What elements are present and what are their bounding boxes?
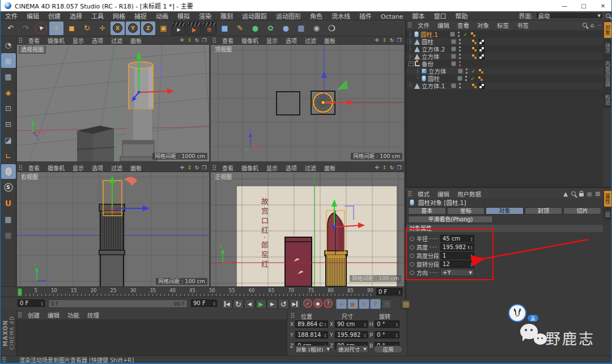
drag-handle-icon[interactable]	[212, 165, 216, 170]
goto-end-icon[interactable]: ▶	[290, 299, 300, 309]
keyframe-circle-icon[interactable]	[410, 237, 414, 241]
menu-item[interactable]: 运动图形	[271, 13, 305, 20]
tab-basic[interactable]: 基本	[408, 207, 446, 215]
viewport-menu-item[interactable]: 查看	[24, 165, 44, 172]
drag-handle-icon[interactable]	[212, 37, 216, 43]
size-y-input[interactable]: 195.982 cm▴▾	[335, 331, 368, 339]
viewport-menu-item[interactable]: 摄像机	[237, 165, 262, 172]
menu-item[interactable]: 渲染	[194, 13, 216, 20]
dock-tab-content-browser[interactable]: 内容浏览器	[604, 58, 612, 90]
viewport-menu-item[interactable]: 查看	[218, 38, 237, 44]
timeline-ruler[interactable]: 051015202530354045505560657075808590 0 F…	[1, 286, 404, 297]
close-button[interactable]: ✕	[593, 0, 612, 11]
next-frame-icon[interactable]: ▶	[267, 299, 278, 309]
lock-z-icon[interactable]: Z	[141, 22, 155, 35]
scale-icon[interactable]: ◼	[65, 22, 79, 35]
visibility-dots-icon[interactable]	[465, 75, 468, 82]
menu-item[interactable]: 运动跟踪	[237, 13, 271, 20]
toggle-view-icon[interactable]: ❐	[396, 165, 403, 170]
keyframe-circle-icon[interactable]	[410, 271, 414, 275]
pos-x-input[interactable]: 89.864 cm▴▾	[295, 320, 328, 328]
viewport-menu-item[interactable]: 显示	[262, 38, 282, 44]
drag-handle-icon[interactable]	[408, 191, 412, 196]
collapse-icon[interactable]: −	[409, 61, 414, 66]
tab-coordinates[interactable]: 坐标	[447, 207, 485, 215]
last-tool-icon[interactable]: ✛	[95, 22, 109, 35]
lock-x-icon[interactable]: X	[110, 22, 125, 35]
viewport-menu-item[interactable]: 面板	[320, 38, 339, 44]
snap-icon[interactable]: U	[1, 196, 16, 211]
dock-tab-objects[interactable]: 对象	[604, 22, 612, 38]
material-menu-item[interactable]: 纹理	[83, 312, 103, 319]
drag-handle-icon[interactable]	[408, 22, 412, 28]
drag-handle-icon[interactable]	[18, 312, 22, 318]
zoom-view-icon[interactable]: ↕	[381, 165, 388, 170]
viewport-menu-item[interactable]: 显示	[262, 165, 282, 172]
drag-handle-icon[interactable]	[19, 37, 23, 43]
front-viewport-canvas[interactable]: Y X	[211, 172, 404, 286]
floor-icon[interactable]: ▦	[294, 22, 308, 35]
primitive-cube-icon[interactable]: ■	[218, 22, 232, 35]
toggle-view-icon[interactable]: ❐	[201, 165, 208, 170]
material-menu-item[interactable]: 编辑	[44, 312, 63, 319]
menu-item[interactable]: 捕捉	[130, 13, 151, 20]
material-menu-item[interactable]: 创建	[24, 312, 44, 319]
viewport-menu-item[interactable]: 选项	[282, 165, 301, 172]
edges-mode-icon[interactable]: ⊟	[1, 117, 16, 131]
height-input[interactable]: 195.982 c▴▾	[440, 243, 474, 251]
layer-chip[interactable]	[451, 61, 456, 66]
playhead[interactable]	[18, 288, 22, 296]
enabled-check-icon[interactable]: ✓	[469, 76, 476, 82]
rotate-view-icon[interactable]: ↻	[193, 165, 201, 170]
zoom-view-icon[interactable]: ↕	[186, 37, 193, 43]
object-manager-menu-item[interactable]: 对象	[473, 22, 493, 29]
right-viewport-canvas[interactable]: Y Z	[17, 172, 209, 286]
phong-tag-icon[interactable]	[471, 39, 477, 45]
mode-size-dropdown[interactable]: 绝对尺寸▼	[336, 345, 369, 353]
workplane-mode-icon[interactable]: ◈	[1, 85, 16, 100]
layer-chip[interactable]	[451, 83, 456, 88]
record-keyframe-icon[interactable]: ✓	[303, 299, 312, 308]
prev-frame-icon[interactable]: ◀	[244, 299, 255, 309]
search-icon[interactable]	[583, 23, 587, 27]
light-icon[interactable]: ❍	[325, 22, 339, 35]
object-manager-menu-item[interactable]: 编辑	[434, 22, 453, 29]
search-icon[interactable]	[571, 191, 576, 196]
phong-tag-icon[interactable]	[471, 54, 477, 59]
rotate-view-icon[interactable]: ↻	[388, 165, 396, 170]
menu-item[interactable]: Octane	[376, 13, 408, 20]
visibility-dots-icon[interactable]	[457, 31, 460, 37]
menu-item[interactable]: 模拟	[173, 13, 194, 20]
camera-icon[interactable]: ◉	[309, 22, 324, 35]
undo-icon[interactable]: ↶	[3, 22, 18, 35]
phong-tag-icon[interactable]	[470, 32, 476, 37]
pan-view-icon[interactable]: ✛	[373, 165, 381, 170]
maximize-button[interactable]: □	[574, 0, 593, 11]
pan-view-icon[interactable]: ✛	[373, 37, 381, 43]
menu-item[interactable]: 插件	[355, 13, 376, 20]
goto-start-icon[interactable]: ◀	[222, 299, 232, 309]
key-scale-icon[interactable]: ◼	[347, 299, 358, 309]
layer-chip[interactable]	[457, 76, 462, 81]
tab-caps[interactable]: 封顶	[525, 207, 563, 215]
material-list-area[interactable]	[16, 319, 287, 356]
end-frame-input[interactable]: 90 F▴▾	[191, 299, 217, 307]
key-position-icon[interactable]: ✛	[336, 299, 347, 309]
rotation-segments-input[interactable]: 12▴▾	[440, 260, 474, 268]
coord-system-icon[interactable]: ▣	[156, 22, 171, 35]
phong-tag-icon[interactable]	[478, 76, 483, 82]
frame-range-slider[interactable]: 0 F 90 F	[48, 299, 188, 308]
menu-item[interactable]: 窗口	[430, 13, 451, 20]
object-row[interactable]: └ 立方体.1	[406, 82, 603, 89]
make-editable-icon[interactable]: ◔	[1, 37, 16, 52]
keyframe-selection-icon[interactable]: ?	[324, 299, 333, 308]
mode-object-dropdown[interactable]: 对象 (相对)▼	[295, 345, 330, 353]
menu-item[interactable]: 帮助	[451, 13, 473, 20]
model-mode-icon[interactable]: ■	[1, 53, 16, 68]
layer-chip[interactable]	[451, 46, 456, 52]
toggle-view-icon[interactable]: ❐	[396, 37, 403, 43]
expand-icon[interactable]: ⊞	[596, 191, 600, 197]
environment-icon[interactable]: ●	[279, 22, 293, 35]
object-manager-menu-item[interactable]: 文件	[414, 22, 434, 29]
viewport-menu-item[interactable]: 显示	[69, 38, 88, 44]
